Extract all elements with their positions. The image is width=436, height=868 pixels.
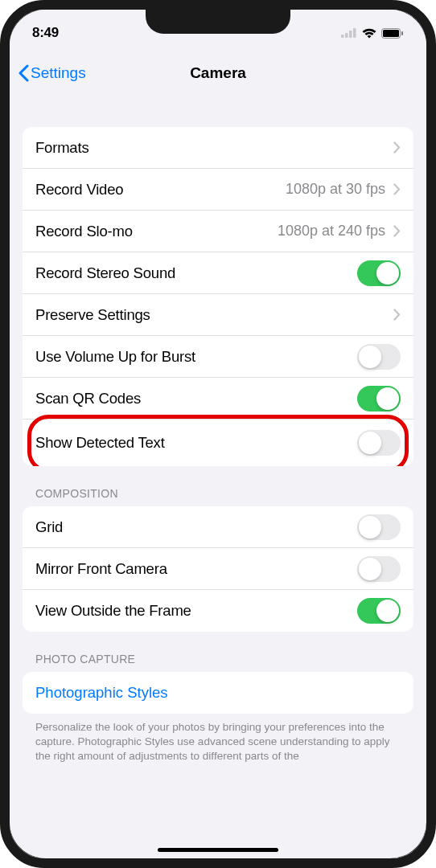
settings-group-photo-capture: Photographic Styles <box>23 672 413 714</box>
svg-rect-1 <box>345 33 348 38</box>
row-show-detected-text: Show Detected Text <box>23 420 413 466</box>
settings-group-composition: Grid Mirror Front Camera View Outside th… <box>23 506 413 632</box>
row-record-video[interactable]: Record Video 1080p at 30 fps <box>23 169 413 211</box>
row-volume-burst: Use Volume Up for Burst <box>23 336 413 378</box>
row-value: 1080p at 30 fps <box>286 181 385 198</box>
row-label: Scan QR Codes <box>35 390 141 407</box>
svg-rect-6 <box>401 31 403 35</box>
cellular-icon <box>341 28 357 38</box>
row-label: Preserve Settings <box>35 306 150 324</box>
wifi-icon <box>362 28 376 39</box>
row-stereo-sound: Record Stereo Sound <box>23 252 413 294</box>
battery-icon <box>381 28 404 39</box>
status-time: 8:49 <box>32 25 59 41</box>
settings-group-main: Formats Record Video 1080p at 30 fps R <box>23 127 413 466</box>
row-photographic-styles[interactable]: Photographic Styles <box>23 672 413 714</box>
svg-rect-5 <box>383 30 399 37</box>
toggle-stereo-sound[interactable] <box>357 260 401 286</box>
svg-rect-3 <box>353 28 356 38</box>
toggle-grid[interactable] <box>357 514 401 540</box>
row-label: Show Detected Text <box>35 434 165 452</box>
screen: 8:49 Settings Camera Formats <box>10 10 426 858</box>
row-label: Photographic Styles <box>35 684 168 702</box>
row-record-slomo[interactable]: Record Slo-mo 1080p at 240 fps <box>23 211 413 252</box>
row-formats[interactable]: Formats <box>23 127 413 169</box>
row-grid: Grid <box>23 506 413 548</box>
row-outside-frame: View Outside the Frame <box>23 590 413 632</box>
row-label: Formats <box>35 139 88 157</box>
page-title: Camera <box>190 64 246 82</box>
row-mirror-front: Mirror Front Camera <box>23 548 413 590</box>
chevron-right-icon <box>393 309 401 321</box>
row-label: Use Volume Up for Burst <box>35 348 195 366</box>
toggle-outside-frame[interactable] <box>357 598 401 624</box>
back-button[interactable]: Settings <box>18 64 86 82</box>
svg-rect-0 <box>341 35 344 38</box>
status-indicators <box>341 28 404 39</box>
back-label: Settings <box>31 64 86 82</box>
chevron-right-icon <box>393 225 401 237</box>
home-indicator[interactable] <box>158 848 278 852</box>
toggle-volume-burst[interactable] <box>357 344 401 370</box>
row-label: View Outside the Frame <box>35 602 191 620</box>
row-label: Record Stereo Sound <box>35 264 175 282</box>
row-preserve-settings[interactable]: Preserve Settings <box>23 294 413 336</box>
chevron-right-icon <box>393 141 401 154</box>
row-label: Record Video <box>35 181 123 199</box>
section-header-photo-capture: PHOTO CAPTURE <box>23 632 413 672</box>
section-header-composition: COMPOSITION <box>23 466 413 506</box>
chevron-left-icon <box>18 64 29 82</box>
toggle-show-detected-text[interactable] <box>357 430 401 456</box>
toggle-mirror-front[interactable] <box>357 556 401 582</box>
nav-bar: Settings Camera <box>10 50 426 96</box>
row-label: Record Slo-mo <box>35 223 133 240</box>
toggle-scan-qr[interactable] <box>357 386 401 411</box>
row-label: Mirror Front Camera <box>35 560 167 578</box>
row-label: Grid <box>35 518 63 536</box>
content: Formats Record Video 1080p at 30 fps R <box>10 96 426 764</box>
chevron-right-icon <box>393 183 401 195</box>
svg-rect-2 <box>349 31 352 38</box>
row-value: 1080p at 240 fps <box>278 223 385 240</box>
section-footer-text: Personalize the look of your photos by b… <box>23 714 413 764</box>
row-scan-qr: Scan QR Codes <box>23 378 413 420</box>
